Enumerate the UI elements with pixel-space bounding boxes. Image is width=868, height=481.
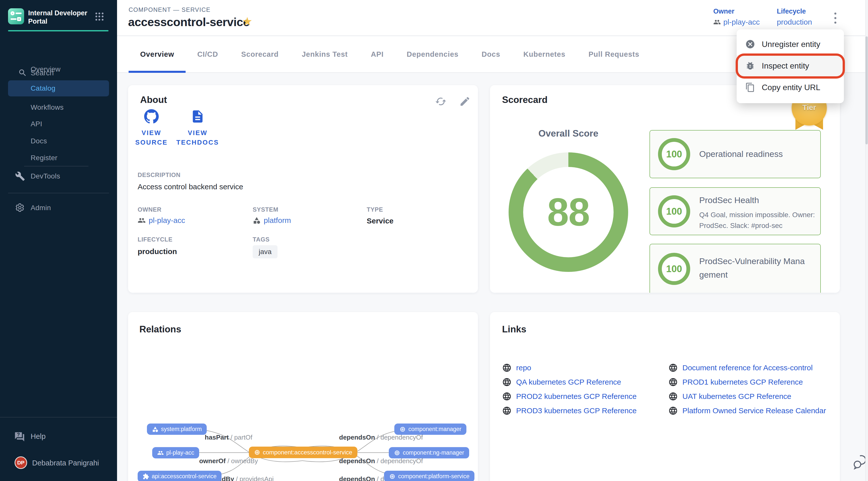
globe-icon [668, 377, 678, 387]
scorecard-card-title: Scorecard [502, 95, 548, 105]
relation-node-center-accesscontrol-service[interactable]: component:accesscontrol-service [249, 447, 357, 458]
sidebar-divider [24, 166, 88, 166]
view-techdocs-link[interactable]: VIEW TECHDOCS [176, 109, 219, 147]
app-logo-icon[interactable] [8, 8, 24, 24]
sidebar-item-label: API [31, 120, 42, 128]
sidebar-item-catalog[interactable]: Catalog [8, 80, 109, 96]
logo-slider-line [16, 12, 22, 14]
score-item-description: Q4 Goal, mission impossible. Owner: Prod… [699, 210, 820, 231]
link-repo[interactable]: repo [502, 363, 531, 373]
sidebar-item-help[interactable]: ? Help [0, 430, 117, 447]
node-label: system:platform [161, 426, 202, 432]
relation-node-component-ng-manager[interactable]: component:ng-manager [389, 447, 469, 458]
node-label: pl-play-acc [166, 449, 194, 456]
type-field-value: Service [367, 217, 394, 225]
owner-field-link[interactable]: pl-play-acc [137, 216, 185, 225]
tab-jenkins-test[interactable]: Jenkins Test [290, 36, 359, 72]
owner-field-value: pl-play-acc [149, 216, 185, 225]
question-mark: ? [17, 432, 20, 438]
tab-label: Pull Requests [588, 50, 639, 59]
relation-node-pl-play-acc[interactable]: pl-play-acc [152, 447, 199, 458]
sidebar-item-admin[interactable]: Admin [8, 200, 109, 216]
link-prod3-kubernetes[interactable]: PROD3 kubernetes GCP Reference [502, 406, 637, 415]
sidebar-item-overview[interactable]: Overview [8, 61, 109, 77]
globe-icon [668, 392, 678, 401]
gear-icon [15, 203, 25, 213]
favorite-star-icon[interactable]: ★ [242, 14, 252, 28]
sidebar-item-label: Overview [31, 65, 61, 73]
sidebar-item-api[interactable]: API [8, 116, 109, 132]
relation-node-component-platform-service[interactable]: component:platform-service [384, 471, 474, 481]
relation-node-component-manager[interactable]: component:manager [394, 423, 466, 435]
globe-icon [502, 377, 512, 387]
score-item-label: ProdSec-Vulnerability Management [699, 254, 807, 282]
refresh-icon[interactable] [435, 96, 446, 107]
tab-api[interactable]: API [360, 36, 395, 72]
score-item-prodsec-health[interactable]: 100 ProdSec Health Q4 Goal, mission impo… [650, 187, 821, 235]
relation-node-api-accesscontrol[interactable]: api:accesscontrol-service [137, 471, 221, 481]
sidebar-item-register[interactable]: Register [8, 150, 109, 166]
score-item-prodsec-vulnerability[interactable]: 100 ProdSec-Vulnerability Management [650, 244, 821, 293]
link-prod1-kubernetes[interactable]: PROD1 kubernetes GCP Reference [668, 377, 803, 387]
link-uat-kubernetes[interactable]: UAT kubernetes GCP Reference [668, 392, 792, 401]
owner-meta: Owner pl-play-acc [713, 7, 760, 26]
sidebar-item-devtools[interactable]: DevTools [8, 168, 109, 184]
link-prod2-kubernetes[interactable]: PROD2 kubernetes GCP Reference [502, 392, 637, 401]
docs-icon [190, 109, 205, 124]
tab-label: Docs [482, 50, 500, 59]
tab-scorecard[interactable]: Scorecard [229, 36, 290, 72]
relation-node-system-platform[interactable]: system:platform [147, 423, 207, 435]
owner-field-label: OWNER [137, 206, 161, 213]
tab-label: CI/CD [197, 50, 218, 59]
tab-kubernetes[interactable]: Kubernetes [512, 36, 577, 72]
sidebar-item-docs[interactable]: Docs [8, 133, 109, 149]
puzzle-icon [143, 473, 149, 480]
edge-label-ownerof: ownerOf / ownedBy [192, 457, 265, 465]
tab-overview[interactable]: Overview [129, 36, 186, 72]
tab-dependencies[interactable]: Dependencies [395, 36, 470, 72]
globe-icon [668, 363, 678, 373]
link-label: UAT kubernetes GCP Reference [682, 392, 792, 401]
menu-item-inspect-entity[interactable]: Inspect entity [737, 55, 844, 76]
tab-cicd[interactable]: CI/CD [186, 36, 229, 72]
type-field-label: TYPE [367, 206, 383, 213]
edit-pencil-icon[interactable] [459, 96, 471, 107]
link-qa-kubernetes[interactable]: QA kubernetes GCP Reference [502, 377, 621, 387]
sidebar-user[interactable]: DP Debabrata Panigrahi [0, 456, 117, 474]
link-document-reference[interactable]: Document reference for Access-control [668, 363, 813, 373]
cancel-circle-icon [745, 39, 755, 49]
tab-pull-requests[interactable]: Pull Requests [577, 36, 651, 72]
sidebar-item-workflows[interactable]: Workflows [8, 99, 109, 116]
menu-item-label: Unregister entity [762, 40, 820, 49]
view-techdocs-label: VIEW TECHDOCS [176, 128, 219, 147]
sidebar: Internal Developer Portal Search Overvie… [0, 0, 117, 481]
globe-icon [502, 363, 512, 373]
tag-chip-java[interactable]: java [253, 245, 278, 258]
entity-more-menu-icon[interactable] [830, 11, 841, 26]
copy-icon [745, 82, 755, 92]
menu-item-unregister-entity[interactable]: Unregister entity [737, 33, 844, 55]
view-source-link[interactable]: VIEW SOURCE [130, 109, 173, 147]
tab-label: Overview [140, 50, 174, 59]
owner-value: pl-play-acc [723, 18, 760, 26]
system-field-label: SYSTEM [253, 206, 278, 213]
chip-icon [399, 426, 406, 432]
system-field-link[interactable]: platform [253, 216, 291, 225]
bug-icon [745, 61, 755, 71]
score-item-operational-readiness[interactable]: 100 Operational readiness [650, 130, 821, 178]
system-field-value: platform [264, 216, 291, 225]
score-circle: 100 [658, 253, 690, 285]
scorecard-card: Scorecard Tier Overall Score 88 100 Oper… [490, 85, 840, 293]
tab-docs[interactable]: Docs [470, 36, 512, 72]
page-scrollbar[interactable] [865, 0, 868, 481]
scrollbar-thumb[interactable] [866, 36, 868, 145]
app-title: Internal Developer Portal [28, 9, 91, 26]
globe-icon [668, 406, 678, 415]
owner-link[interactable]: pl-play-acc [713, 18, 760, 26]
description-label: DESCRIPTION [137, 171, 181, 179]
menu-item-copy-entity-url[interactable]: Copy entity URL [737, 76, 844, 98]
link-platform-release-calendar[interactable]: Platform Owned Service Release Calendar [668, 406, 826, 415]
link-label: Document reference for Access-control [682, 363, 813, 372]
help-chat-icon: ? [14, 431, 25, 443]
apps-grid-icon[interactable] [95, 12, 103, 21]
